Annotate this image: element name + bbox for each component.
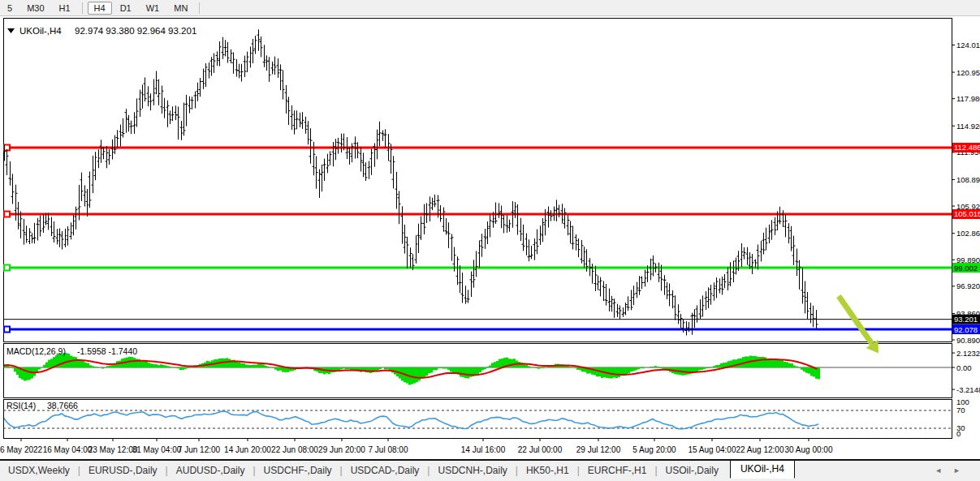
tab-separator: | <box>340 465 343 476</box>
macd-indicator-label: MACD(12,26,9) <box>6 346 66 356</box>
toolbar-separator <box>199 2 200 14</box>
tab-scroll-left-icon[interactable]: ◄ <box>935 466 953 475</box>
tab-scroll-arrows[interactable]: ◄► <box>935 466 972 475</box>
price-tick-label: 120.950 <box>956 68 980 77</box>
date-tick-label: 31 May 04:00 <box>132 445 182 454</box>
timeframe-button-mn[interactable]: MN <box>167 2 194 15</box>
chart-tab-ukoil-[interactable]: UKOil-,H4 <box>730 460 795 479</box>
date-tick-label: 30 Aug 00:00 <box>785 445 833 454</box>
chart-tab-usoil-[interactable]: USOil-,Daily <box>661 463 723 478</box>
chart-tabs-bar: USDX,Weekly|EURUSD-,Daily|AUDUSD-,Daily|… <box>0 459 980 480</box>
timeframe-button-h1[interactable]: H1 <box>53 2 77 15</box>
tab-separator: | <box>253 465 255 476</box>
line-price-badge: 105.015 <box>954 209 980 218</box>
price-tick-label: 114.920 <box>956 122 980 131</box>
macd-tick-label: 0.00 <box>956 363 972 372</box>
line-anchor-handle[interactable] <box>4 327 10 333</box>
line-anchor-handle[interactable] <box>4 265 10 271</box>
tab-separator: | <box>654 465 657 476</box>
date-tick-label: 22 Jul 00:00 <box>518 445 563 454</box>
rsi-tick-label: 70 <box>956 406 965 414</box>
date-tick-label: 22 Jun 08:00 <box>271 445 318 454</box>
macd-tick-label: 2.1232 <box>956 349 980 358</box>
main-chart-area[interactable] <box>4 19 952 342</box>
tab-separator: | <box>577 465 580 476</box>
macd-tick-label: -3.2148 <box>956 385 980 394</box>
date-axis[interactable]: 6 May 202216 May 04:0023 May 12:0031 May… <box>0 438 833 454</box>
chart-tab-eurusd-[interactable]: EURUSD-,Daily <box>84 463 162 478</box>
date-tick-label: 16 May 04:00 <box>43 445 93 454</box>
date-tick-label: 7 Jun 12:00 <box>178 445 221 454</box>
timeframe-toolbar: 5M30H1H4D1W1MN <box>0 0 980 16</box>
macd-indicator-values: -1.5958 -1.7440 <box>77 346 137 356</box>
timeframe-button-5[interactable]: 5 <box>1 2 19 15</box>
rsi-tick-label: 0 <box>956 429 961 438</box>
price-tick-label: 117.980 <box>956 94 980 103</box>
rsi-indicator-value: 38.7666 <box>47 401 78 410</box>
rsi-indicator-label: RSI(14) <box>6 401 36 410</box>
chart-title-ohlc: 92.974 93.380 92.964 93.201 <box>75 26 196 36</box>
date-tick-label: 22 Aug 12:00 <box>736 445 784 454</box>
date-tick-label: 7 Jul 08:00 <box>369 445 408 454</box>
timeframe-button-h4[interactable]: H4 <box>88 2 112 15</box>
bid-price-badge: 93.201 <box>954 315 978 324</box>
chart-tab-usdcad-[interactable]: USDCAD-,Daily <box>346 463 425 478</box>
date-tick-label: 6 May 2022 <box>0 445 43 454</box>
tab-separator: | <box>166 465 168 476</box>
date-tick-label: 29 Jun 20:00 <box>318 445 365 454</box>
date-tick-label: 14 Jun 20:00 <box>224 445 271 454</box>
date-tick-label: 5 Aug 20:00 <box>632 445 676 454</box>
tab-separator: | <box>78 465 80 476</box>
line-price-badge: 99.002 <box>954 264 978 273</box>
line-anchor-handle[interactable] <box>4 211 10 217</box>
price-tick-label: 108.890 <box>956 175 980 184</box>
line-price-badge: 92.078 <box>954 325 978 334</box>
tab-separator: | <box>427 465 430 476</box>
toolbar-separator <box>82 2 83 14</box>
timeframe-button-w1[interactable]: W1 <box>140 2 166 15</box>
chart-zone: 124.010120.950117.980114.920111.950108.8… <box>0 16 980 459</box>
price-tick-label: 96.920 <box>956 281 980 290</box>
line-price-badge: 112.486 <box>954 143 980 152</box>
chart-title: UKOil-,H492.974 93.380 92.964 93.201 <box>7 26 196 36</box>
timeframe-button-m30[interactable]: M30 <box>20 2 50 15</box>
tab-scroll-right-icon[interactable]: ► <box>953 466 972 475</box>
date-tick-label: 23 May 12:00 <box>89 445 138 454</box>
chart-tab-usdchf-[interactable]: USDCHF-,Daily <box>259 463 337 478</box>
date-tick-label: 14 Jul 16:00 <box>461 445 506 454</box>
price-tick-label: 102.860 <box>956 229 980 238</box>
chart-canvas: 124.010120.950117.980114.920111.950108.8… <box>0 16 980 459</box>
chart-tab-audusd-[interactable]: AUDUSD-,Daily <box>171 463 250 478</box>
chart-tab-hk50-[interactable]: HK50-,H1 <box>521 463 574 478</box>
timeframe-button-d1[interactable]: D1 <box>114 2 138 15</box>
chart-title-symbol: UKOil-,H4 <box>19 26 62 36</box>
date-tick-label: 29 Jul 12:00 <box>576 445 621 454</box>
rsi-panel-area[interactable] <box>4 400 952 439</box>
chart-tab-eurchf-[interactable]: EURCHF-,H1 <box>583 463 652 478</box>
price-tick-label: 90.890 <box>956 336 980 345</box>
price-tick-label: 124.010 <box>956 41 980 49</box>
date-tick-label: 15 Aug 04:00 <box>689 445 736 454</box>
chart-tab-usdcnh-[interactable]: USDCNH-,Daily <box>433 463 512 478</box>
price-axis[interactable]: 124.010120.950117.980114.920111.950108.8… <box>952 41 980 345</box>
tab-separator: | <box>516 465 518 476</box>
chart-tab-usdx[interactable]: USDX,Weekly <box>3 463 75 478</box>
